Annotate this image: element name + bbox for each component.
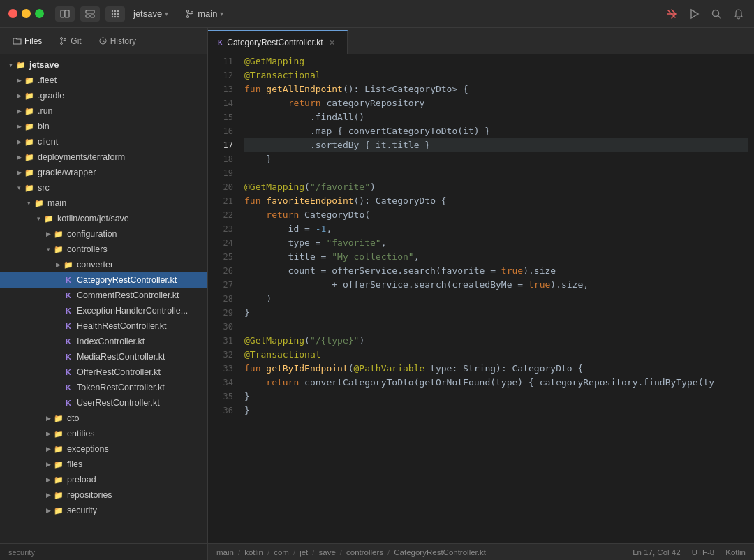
controllers-arrow-icon: ▾ <box>43 246 53 253</box>
grid-button[interactable] <box>105 6 125 22</box>
editor-tab-category[interactable]: K CategoryRestController.kt ✕ <box>208 30 348 54</box>
exceptions-arrow-icon: ▶ <box>43 445 53 452</box>
tree-item-user-rest-controller[interactable]: ▶ K UserRestController.kt <box>0 395 207 411</box>
fleet-folder-icon: 📁 <box>24 76 35 85</box>
ln-23: 23 <box>208 222 233 236</box>
tab-git[interactable]: Git <box>52 34 88 49</box>
tree-item-run[interactable]: ▶ 📁 .run <box>0 103 207 119</box>
tree-item-exceptions[interactable]: ▶ 📁 exceptions <box>0 441 207 457</box>
tree-item-converter[interactable]: ▶ 📁 converter <box>0 257 207 272</box>
file-tree: ▾ 📁 jetsave ▶ 📁 .fleet ▶ 📁 .gradle ▶ 📁 .… <box>0 54 207 543</box>
svg-rect-0 <box>61 10 64 17</box>
no-run-icon[interactable] <box>665 7 679 21</box>
code-line-13: fun getAllEndpoint(): List<CategoryDto> … <box>244 82 748 96</box>
ln-35: 35 <box>208 390 233 404</box>
tree-item-media-rest-controller[interactable]: ▶ K MediaRestController.kt <box>0 349 207 364</box>
src-folder-icon: 📁 <box>24 184 35 193</box>
tab-files[interactable]: Files <box>6 34 49 49</box>
gradle-wrapper-arrow-icon: ▶ <box>14 169 24 176</box>
tree-root[interactable]: ▾ 📁 jetsave <box>0 57 207 73</box>
tree-item-gradle-wrapper[interactable]: ▶ 📁 gradle/wrapper <box>0 165 207 180</box>
gradle-wrapper-folder-icon: 📁 <box>24 168 35 177</box>
maximize-button[interactable] <box>35 9 44 18</box>
tree-item-gradle[interactable]: ▶ 📁 .gradle <box>0 88 207 103</box>
project-selector[interactable]: jetsave ▾ <box>133 8 168 19</box>
code-content[interactable]: @GetMapping @Transactional fun getAllEnd… <box>239 54 754 543</box>
language: Kotlin <box>725 548 746 557</box>
svg-point-6 <box>114 10 116 11</box>
bell-icon[interactable] <box>732 7 746 21</box>
token-kt-icon: K <box>63 383 74 392</box>
code-line-27: + offerService.search(createdByMe = true… <box>244 278 748 292</box>
entities-arrow-icon: ▶ <box>43 430 53 437</box>
tree-item-controllers[interactable]: ▾ 📁 controllers <box>0 242 207 257</box>
converter-arrow-icon: ▶ <box>53 261 63 268</box>
tree-item-offer-rest-controller[interactable]: ▶ K OfferRestController.kt <box>0 364 207 380</box>
ln-13: 13 <box>208 82 233 96</box>
tree-item-dto[interactable]: ▶ 📁 dto <box>0 411 207 426</box>
svg-point-16 <box>191 11 193 13</box>
ln-34: 34 <box>208 376 233 390</box>
tree-item-preload[interactable]: ▶ 📁 preload <box>0 472 207 487</box>
search-icon[interactable] <box>709 7 723 21</box>
security-arrow-icon: ▶ <box>43 507 53 514</box>
category-kt-icon: K <box>63 276 74 284</box>
breadcrumb-main: main <box>216 548 234 557</box>
code-line-33: fun getByIdEndpoint(@PathVariable type: … <box>244 362 748 376</box>
tab-history[interactable]: History <box>91 34 143 49</box>
tree-item-kotlin-path[interactable]: ▾ 📁 kotlin/com/jet/save <box>0 211 207 226</box>
layout-toggle-button[interactable] <box>80 6 100 22</box>
tree-item-configuration[interactable]: ▶ 📁 configuration <box>0 226 207 242</box>
sidebar-toggle-button[interactable] <box>55 6 75 22</box>
breadcrumb-kotlin: kotlin <box>244 548 263 557</box>
fleet-arrow-icon: ▶ <box>14 77 24 84</box>
svg-point-12 <box>114 15 116 17</box>
branch-selector[interactable]: main ▾ <box>185 8 223 19</box>
sidebar-footer: security <box>0 543 207 560</box>
run-icon[interactable] <box>687 7 701 21</box>
tab-label: CategoryRestController.kt <box>227 38 323 47</box>
minimize-button[interactable] <box>22 9 31 18</box>
files-arrow-icon: ▶ <box>43 461 53 468</box>
tree-item-files[interactable]: ▶ 📁 files <box>0 457 207 472</box>
code-editor[interactable]: 11 12 13 14 15 16 17 18 19 20 21 22 23 2… <box>208 54 754 543</box>
svg-point-22 <box>61 43 63 45</box>
tree-item-deployments[interactable]: ▶ 📁 deployments/terraform <box>0 149 207 165</box>
ln-15: 15 <box>208 110 233 124</box>
tree-item-security[interactable]: ▶ 📁 security <box>0 503 207 518</box>
code-line-30 <box>244 320 748 334</box>
tree-item-repositories[interactable]: ▶ 📁 repositories <box>0 487 207 503</box>
code-line-32: @Transactional <box>244 348 748 362</box>
tree-item-exception-handler[interactable]: ▶ K ExceptionHandlerControlle... <box>0 303 207 318</box>
ln-32: 32 <box>208 348 233 362</box>
tree-item-bin[interactable]: ▶ 📁 bin <box>0 119 207 134</box>
close-button[interactable] <box>8 9 17 18</box>
code-line-36: } <box>244 404 748 418</box>
svg-point-14 <box>187 10 189 12</box>
tree-item-main[interactable]: ▾ 📁 main <box>0 196 207 211</box>
ln-33: 33 <box>208 362 233 376</box>
tree-item-src[interactable]: ▾ 📁 src <box>0 180 207 196</box>
svg-rect-1 <box>65 10 69 17</box>
ln-30: 30 <box>208 320 233 334</box>
tree-item-entities[interactable]: ▶ 📁 entities <box>0 426 207 441</box>
exceptions-folder-icon: 📁 <box>53 445 64 454</box>
preload-arrow-icon: ▶ <box>43 476 53 483</box>
code-line-26: count = offerService.search(favorite = t… <box>244 264 748 278</box>
titlebar-actions <box>665 7 746 21</box>
tab-close-button[interactable]: ✕ <box>327 38 337 47</box>
tree-item-fleet[interactable]: ▶ 📁 .fleet <box>0 73 207 88</box>
client-folder-icon: 📁 <box>24 138 35 147</box>
tree-item-comment-rest-controller[interactable]: ▶ K CommentRestController.kt <box>0 288 207 303</box>
statusbar-right: Ln 17, Col 42 UTF-8 Kotlin <box>633 548 746 557</box>
tree-item-client[interactable]: ▶ 📁 client <box>0 134 207 149</box>
ln-31: 31 <box>208 334 233 348</box>
sidebar: Files Git History <box>0 28 208 560</box>
converter-folder-icon: 📁 <box>63 260 74 270</box>
tree-item-token-rest-controller[interactable]: ▶ K TokenRestController.kt <box>0 380 207 395</box>
tree-item-index-controller[interactable]: ▶ K IndexController.kt <box>0 334 207 349</box>
code-line-21: fun favoriteEndpoint(): CategoryDto { <box>244 194 748 208</box>
tree-item-category-rest-controller[interactable]: ▶ K CategoryRestController.kt <box>0 272 207 288</box>
ln-14: 14 <box>208 96 233 110</box>
tree-item-health-rest-controller[interactable]: ▶ K HealthRestController.kt <box>0 318 207 334</box>
